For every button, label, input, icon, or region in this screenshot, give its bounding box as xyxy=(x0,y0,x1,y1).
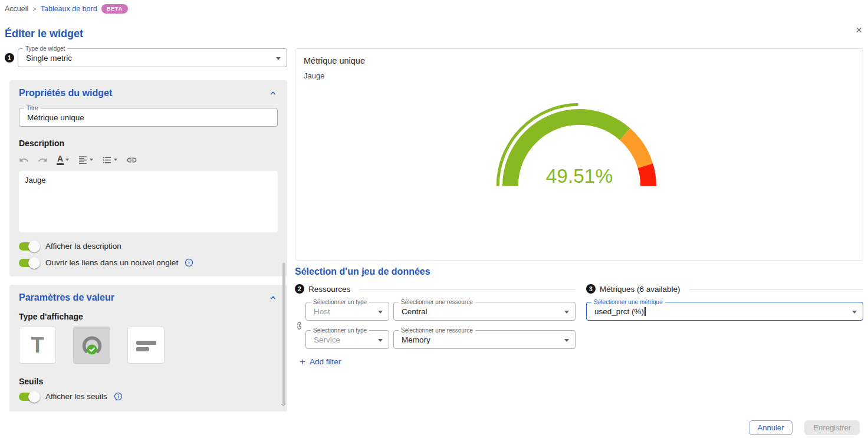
show-thresholds-row: Afficher les seuils xyxy=(19,392,278,401)
value-settings-title: Paramètres de valeur xyxy=(19,292,114,303)
chevron-down-icon xyxy=(114,159,117,161)
display-type-buttons: T xyxy=(19,327,278,364)
add-filter-button[interactable]: + Add filter xyxy=(300,357,576,366)
resource-value: Central xyxy=(402,307,428,316)
resource-type-select-1[interactable]: Sélectionner un type Host xyxy=(305,302,389,321)
widget-type-row: 1 Type de widget Single metric xyxy=(5,48,287,67)
chevron-down-icon xyxy=(65,159,69,161)
metric-select-value: used_prct (%) xyxy=(594,307,644,316)
save-button[interactable]: Enregistrer xyxy=(804,420,860,435)
thresholds-info-button[interactable] xyxy=(114,392,123,401)
redo-icon xyxy=(38,155,48,165)
text-cursor xyxy=(645,307,646,316)
metric-select[interactable]: Sélectionner une métrique used_prct (%) xyxy=(586,302,863,321)
divider xyxy=(359,289,576,289)
plus-icon: + xyxy=(300,358,305,366)
beta-badge: BETA xyxy=(101,4,128,14)
dataset-columns: 2 Ressources Sélectionner un type xyxy=(295,284,863,366)
text-color-button[interactable]: A xyxy=(57,154,69,165)
breadcrumb-dashboards-link[interactable]: Tableaux de bord xyxy=(41,5,97,13)
show-description-toggle[interactable] xyxy=(19,242,39,251)
chevron-down-icon xyxy=(564,339,569,342)
cancel-button[interactable]: Annuler xyxy=(749,420,793,435)
gauge-value: 49.51% xyxy=(545,165,612,187)
display-type-gauge-button[interactable] xyxy=(73,327,110,364)
link-rows-icon xyxy=(295,321,304,330)
preview-column: Métrique unique Jauge 49.51% Sélection d… xyxy=(295,45,863,411)
resource-select-2[interactable]: Sélectionner une ressource Memory xyxy=(393,330,576,349)
text-display-icon: T xyxy=(31,335,44,356)
preview-title: Métrique unique xyxy=(304,56,854,65)
undo-button[interactable] xyxy=(19,155,29,165)
collapse-value-settings-button[interactable] xyxy=(268,293,278,302)
show-description-label: Afficher la description xyxy=(45,242,121,251)
divider xyxy=(689,289,863,289)
preview-description: Jauge xyxy=(304,71,854,80)
display-type-text-button[interactable]: T xyxy=(19,327,56,364)
resources-block: 2 Ressources Sélectionner un type xyxy=(295,284,576,366)
open-links-info-button[interactable] xyxy=(185,258,193,267)
toggle-knob xyxy=(28,391,40,403)
align-button[interactable] xyxy=(78,155,93,165)
collapse-properties-button[interactable] xyxy=(268,88,278,98)
link-icon xyxy=(126,154,137,166)
chevron-down-icon xyxy=(564,311,569,314)
align-left-icon xyxy=(78,155,88,165)
resource-type-value: Service xyxy=(314,335,340,344)
toggle-knob xyxy=(28,241,40,252)
text-color-icon: A xyxy=(57,154,64,165)
add-filter-label: Add filter xyxy=(310,357,341,366)
chevron-down-icon xyxy=(378,311,383,314)
step-3-badge: 3 xyxy=(586,284,596,294)
breadcrumb-home-link[interactable]: Accueil xyxy=(5,5,28,13)
widget-type-label: Type de widget xyxy=(23,45,67,52)
chevron-down-icon xyxy=(378,339,383,342)
widget-editor-page: Accueil > Tableaux de bord BETA Éditer l… xyxy=(0,0,868,438)
description-label: Description xyxy=(19,139,278,148)
description-textarea[interactable]: Jauge xyxy=(19,171,278,232)
gauge-chart: 49.51% xyxy=(481,86,678,195)
resource-row: Sélectionner un type Host Sélectionner u… xyxy=(305,302,576,321)
resource-type-label: Sélectionner un type xyxy=(311,299,369,306)
metric-select-label: Sélectionner une métrique xyxy=(591,299,665,306)
show-thresholds-toggle[interactable] xyxy=(19,393,39,401)
undo-icon xyxy=(19,155,29,165)
display-type-bar-button[interactable] xyxy=(127,327,165,364)
chevron-down-icon xyxy=(90,159,93,161)
list-button[interactable] xyxy=(102,155,117,165)
resource-row: Sélectionner un type Service Sélectionne… xyxy=(305,330,576,349)
breadcrumb: Accueil > Tableaux de bord BETA xyxy=(0,0,868,14)
widget-type-select[interactable]: Type de widget Single metric xyxy=(18,48,287,67)
properties-section-title: Propriétés du widget xyxy=(19,88,112,98)
display-type-label: Type d'affichage xyxy=(19,312,278,321)
resource-value: Memory xyxy=(402,335,430,344)
editor-content: 1 Type de widget Single metric Propriété… xyxy=(5,45,863,411)
dataset-section-title: Sélection d'un jeu de données xyxy=(295,266,863,277)
title-field[interactable]: Titre Métrique unique xyxy=(19,108,278,127)
metrics-label: Métriques (6 available) xyxy=(600,285,680,294)
close-icon[interactable]: × xyxy=(856,25,862,35)
chevron-down-icon xyxy=(276,57,281,60)
scrollbar-thumb[interactable] xyxy=(282,263,285,404)
insert-link-button[interactable] xyxy=(126,154,137,166)
title-field-label: Titre xyxy=(24,105,41,112)
breadcrumb-separator: > xyxy=(32,5,36,12)
resource-type-select-2[interactable]: Sélectionner un type Service xyxy=(305,330,389,349)
resources-label: Ressources xyxy=(308,285,350,294)
title-field-value: Métrique unique xyxy=(27,113,84,122)
scroll-down-icon[interactable] xyxy=(280,401,287,408)
resource-label: Sélectionner une ressource xyxy=(399,299,475,306)
resource-select-1[interactable]: Sélectionner une ressource Central xyxy=(393,302,576,321)
settings-column: 1 Type de widget Single metric Propriété… xyxy=(5,45,287,411)
redo-button[interactable] xyxy=(38,155,48,165)
step-2-badge: 2 xyxy=(295,284,304,294)
resource-type-value: Host xyxy=(314,307,330,316)
open-links-toggle[interactable] xyxy=(19,259,39,267)
info-icon xyxy=(185,258,193,267)
toggle-knob xyxy=(28,257,40,269)
bulleted-list-icon xyxy=(102,155,112,165)
chevron-up-icon xyxy=(268,293,278,302)
metrics-block: 3 Métriques (6 available) Sélectionner u… xyxy=(586,284,863,366)
show-thresholds-label: Afficher les seuils xyxy=(45,392,107,401)
left-panel-scrollbar[interactable] xyxy=(280,239,287,403)
